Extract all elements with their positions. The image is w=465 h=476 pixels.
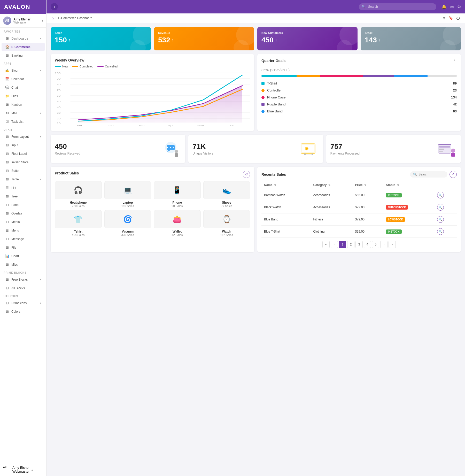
row-name: Blue Band xyxy=(261,213,311,226)
power-icon[interactable]: ⏻ xyxy=(456,16,460,20)
table-row: Blue Band Fitness $79.00 LOWSTOCK 🔍 xyxy=(261,213,457,226)
sidebar-toggle-button[interactable]: ‹ xyxy=(51,3,58,10)
settings-icon[interactable]: ⚙ xyxy=(457,4,461,9)
goal-progress-label: 85% (2125/2500) xyxy=(261,67,457,73)
col-name[interactable]: Name ⇅ xyxy=(261,181,311,189)
search-input[interactable] xyxy=(359,3,436,10)
page-5-button[interactable]: 5 xyxy=(372,241,379,248)
sidebar-item-list[interactable]: ☰ List xyxy=(2,184,45,192)
sidebar-item-media[interactable]: ⊟ Media xyxy=(2,218,45,226)
page-4-button[interactable]: 4 xyxy=(364,241,371,248)
svg-text:50: 50 xyxy=(57,100,61,103)
sidebar-item-floatlabel[interactable]: ⊟ Float Label xyxy=(2,150,45,158)
mail-icon: ✉ xyxy=(5,111,9,115)
recents-search-input[interactable] xyxy=(419,173,444,176)
line-chart-svg: 100 90 80 70 60 50 40 30 20 10 Jan Feb M… xyxy=(55,70,250,127)
sidebar-item-banking[interactable]: ⊟ Banking xyxy=(2,51,45,59)
kanban-icon: ⊞ xyxy=(5,103,9,106)
product-name-headphone: Headphone xyxy=(55,201,102,204)
messages-icon[interactable]: ✉ xyxy=(450,4,454,9)
product-sales-refresh-button[interactable]: ↺ xyxy=(243,171,250,178)
blog-icon: ✍ xyxy=(5,68,9,72)
sidebar-item-overlay[interactable]: ⊟ Overlay xyxy=(2,209,45,217)
sidebar-item-menu[interactable]: ☰ Menu xyxy=(2,226,45,234)
recents-refresh-button[interactable]: ↺ xyxy=(450,171,457,178)
sidebar-item-dashboards[interactable]: ⊞ Dashboards ▾ xyxy=(2,34,45,42)
quarter-goals-menu[interactable]: ⋮ xyxy=(453,58,457,63)
chevron-up-icon: ▴ xyxy=(32,468,33,471)
user-profile-bottom[interactable]: AE Amy Elsner Webmaster ▴ xyxy=(0,463,46,476)
row-action-button[interactable]: 🔍 xyxy=(437,204,444,211)
sidebar-item-file[interactable]: ⊟ File xyxy=(2,243,45,251)
row-action-button[interactable]: 🔍 xyxy=(437,192,444,198)
row-action-button[interactable]: 🔍 xyxy=(437,216,444,223)
page-first-button[interactable]: « xyxy=(322,241,330,248)
svg-text:10: 10 xyxy=(57,122,61,125)
sidebar-item-input[interactable]: ⊟ Input xyxy=(2,141,45,149)
sidebar-item-panel[interactable]: ⊟ Panel xyxy=(2,201,45,209)
sidebar-item-mail[interactable]: ✉ Mail ▾ xyxy=(2,109,45,117)
sidebar-item-table[interactable]: ⊟ Table ▾ xyxy=(2,175,45,183)
sidebar-item-blog[interactable]: ✍ Blog ▾ xyxy=(2,66,45,74)
goal-item-phonecase: Phone Case 134 xyxy=(261,95,457,99)
page-1-button[interactable]: 1 xyxy=(339,241,346,248)
page-3-button[interactable]: 3 xyxy=(355,241,363,248)
invalidstate-icon: ⊟ xyxy=(5,160,9,164)
bottom-row: Product Sales ↺ 🎧 Headphone 220 Sales 💻 … xyxy=(51,167,461,252)
sidebar-item-ecommerce[interactable]: 🏠 E-Commerce xyxy=(2,43,45,51)
sidebar-item-calendar[interactable]: 📅 Calendar xyxy=(2,75,45,83)
sidebar-item-chart[interactable]: 📊 Chart xyxy=(2,252,45,260)
product-card-headphone: 🎧 Headphone 220 Sales xyxy=(55,181,102,208)
sidebar-item-invalidstate[interactable]: ⊟ Invalid State xyxy=(2,158,45,166)
status-badge: LOWSTOCK xyxy=(386,217,405,222)
recents-search-icon: 🔍 xyxy=(413,173,417,176)
goal-items-list: T-Shirt 89 Controller 23 Phone Case 134 xyxy=(261,81,457,113)
user-name: Amy Elsner xyxy=(13,18,40,21)
svg-point-32 xyxy=(175,150,178,153)
sidebar-item-allblocks[interactable]: ⊟ All Blocks xyxy=(2,284,45,292)
svg-rect-46 xyxy=(451,153,455,157)
user-profile[interactable]: AE Amy Elsner Webmaster ▾ xyxy=(0,14,46,28)
sidebar-item-freeblocks[interactable]: ⊟ Free Blocks ▾ xyxy=(2,275,45,283)
share-icon[interactable]: ⬆ xyxy=(443,16,446,20)
avatar-bottom: AE xyxy=(3,466,10,473)
metric-illustration-reviews xyxy=(160,140,181,158)
product-img-wallet: 👛 xyxy=(154,210,201,228)
goal-progress-detail: (2125/2500) xyxy=(270,68,290,72)
sidebar-item-files[interactable]: 📁 Files xyxy=(2,92,45,100)
sidebar-item-message[interactable]: ⊟ Message xyxy=(2,235,45,243)
recents-sales-title: Recents Sales xyxy=(261,172,286,176)
grid-icon: ⊞ xyxy=(5,36,9,40)
home-breadcrumb-icon[interactable]: ⌂ xyxy=(52,16,54,20)
pb-tshirt xyxy=(261,75,297,77)
page-last-button[interactable]: » xyxy=(389,241,396,248)
row-action-button[interactable]: 🔍 xyxy=(437,228,444,235)
sidebar-item-kanban[interactable]: ⊞ Kanban xyxy=(2,101,45,109)
sidebar-item-colors[interactable]: ⊟ Colors xyxy=(2,308,45,316)
revenue-arrow: ↑ xyxy=(172,38,174,42)
row-price: $65.00 xyxy=(352,189,383,201)
goal-item-tshirt: T-Shirt 89 xyxy=(261,81,457,85)
page-2-button[interactable]: 2 xyxy=(347,241,354,248)
col-status[interactable]: Status ⇅ xyxy=(383,181,435,189)
bookmark-icon[interactable]: 🔖 xyxy=(449,16,453,20)
floatlabel-icon: ⊟ xyxy=(5,152,9,156)
page-next-button[interactable]: › xyxy=(380,241,388,248)
sidebar-item-formlayout[interactable]: ⊟ Form Layout ▾ xyxy=(2,133,45,141)
allblocks-icon: ⊟ xyxy=(5,286,9,290)
list-icon: ☰ xyxy=(5,186,9,190)
sidebar-item-tree[interactable]: ⊟ Tree xyxy=(2,192,45,200)
notifications-icon[interactable]: 🔔 xyxy=(441,4,447,9)
col-category[interactable]: Category ⇅ xyxy=(311,181,352,189)
sidebar-item-misc[interactable]: ⊟ Misc xyxy=(2,260,45,268)
svg-rect-43 xyxy=(439,149,444,150)
sidebar-item-tasklist[interactable]: ☑ Task List xyxy=(2,118,45,126)
sidebar-item-chat[interactable]: 💬 Chat xyxy=(2,83,45,91)
sidebar-item-primelcons[interactable]: ⊟ Primelcons ▾ xyxy=(2,299,45,307)
chevron-right-icon: ▾ xyxy=(40,135,41,138)
metric-card-payments: 757 Payments Processed xyxy=(326,135,461,163)
col-price[interactable]: Price ⇅ xyxy=(352,181,383,189)
sidebar-item-button[interactable]: ⊟ Button xyxy=(2,167,45,175)
page-prev-button[interactable]: ‹ xyxy=(331,241,338,248)
product-sales-title: Product Sales xyxy=(55,171,79,175)
